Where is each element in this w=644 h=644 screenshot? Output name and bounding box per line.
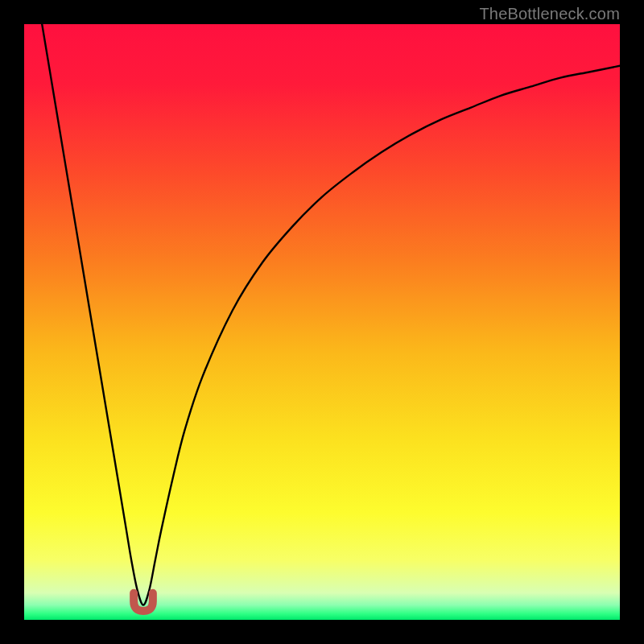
bottleneck-curve <box>42 24 620 605</box>
optimal-marker <box>134 593 153 611</box>
watermark-text: TheBottleneck.com <box>479 5 620 23</box>
outer-frame: TheBottleneck.com <box>0 0 644 644</box>
plot-area <box>24 24 620 620</box>
curve-layer <box>24 24 620 620</box>
